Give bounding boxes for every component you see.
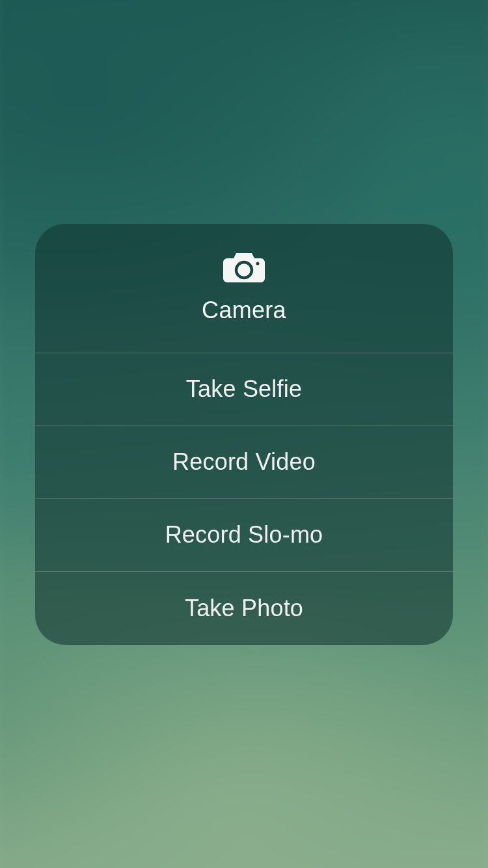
menu-header[interactable]: Camera [35, 224, 453, 353]
menu-item-label: Record Slo-mo [165, 521, 323, 549]
menu-container: Camera Take Selfie Record Video Record S… [0, 0, 488, 868]
menu-item-take-selfie[interactable]: Take Selfie [35, 353, 453, 426]
menu-item-record-video[interactable]: Record Video [35, 426, 453, 499]
menu-item-label: Take Photo [185, 595, 303, 622]
camera-quick-actions-panel: Camera Take Selfie Record Video Record S… [35, 224, 453, 645]
menu-item-label: Record Video [172, 448, 316, 476]
menu-title: Camera [202, 297, 286, 324]
svg-point-1 [256, 262, 260, 265]
camera-icon [223, 251, 265, 282]
menu-item-label: Take Selfie [186, 375, 302, 403]
menu-item-take-photo[interactable]: Take Photo [35, 572, 453, 645]
menu-item-record-slomo[interactable]: Record Slo-mo [35, 499, 453, 572]
